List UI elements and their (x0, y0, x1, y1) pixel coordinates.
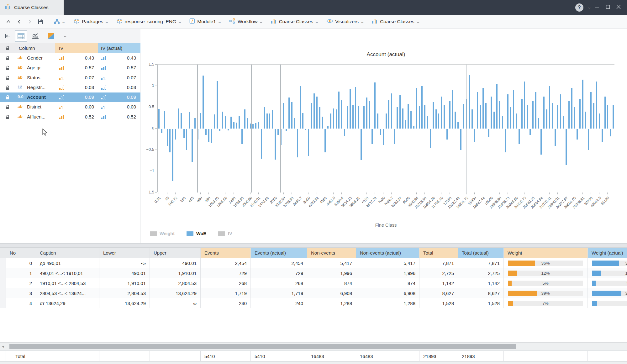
chevron-down-icon[interactable]: ⌄ (217, 20, 222, 24)
help-button[interactable]: ? (575, 3, 583, 12)
chevron-down-icon[interactable]: ⌄ (177, 20, 182, 24)
unlock-icon[interactable] (6, 115, 10, 121)
unlock-icon[interactable] (6, 56, 10, 62)
header-events_actual[interactable]: Events (actual) (251, 248, 307, 258)
iv-actual-header[interactable]: IV (actual) (98, 43, 140, 53)
header-caption[interactable]: Caption (36, 248, 99, 258)
x-axis-tick (234, 193, 234, 194)
header-non_events[interactable]: Non-events (307, 248, 356, 258)
minimize-button[interactable] (595, 5, 601, 10)
column-row-affluen[interactable]: abAffluen...0.520.52 (0, 112, 140, 122)
unlock-icon[interactable] (6, 66, 10, 71)
chevron-down-icon[interactable]: ⌄ (416, 20, 420, 24)
breadcrumb-label[interactable]: Packages (82, 19, 103, 24)
breadcrumb-item[interactable]: response_scoring_ENG⌄ (117, 18, 182, 25)
chevron-down-icon[interactable]: ⌄ (360, 20, 365, 24)
woe-bar (388, 100, 389, 129)
package-icon (117, 18, 123, 25)
bin-row-2[interactable]: 21910,01 ≤...< 2804,531,910.012,804.5326… (0, 278, 627, 288)
scrollbar-thumb[interactable] (9, 344, 516, 349)
cell-non_events_actual: 1,288 (356, 298, 419, 308)
legend-item-iv[interactable]: IV (218, 231, 232, 236)
cell-non_events_actual: 6,908 (356, 288, 419, 298)
help-chevron-down-icon[interactable]: ⌄ (587, 5, 592, 9)
column-row-agegr[interactable]: abAge gr...0.570.57 (0, 63, 140, 73)
bin-row-1[interactable]: 1490,01 ≤...< 1910,01490.011,910.0172972… (0, 268, 627, 278)
legend-item-weight[interactable]: Weight (150, 231, 175, 236)
header-lower[interactable]: Lower (99, 248, 150, 258)
x-axis-tick (217, 193, 217, 194)
cell-weight: 36% (504, 258, 588, 268)
header-non_events_actual[interactable]: Non-events (actual) (356, 248, 419, 258)
back-button[interactable] (14, 16, 24, 27)
header-no[interactable]: No (6, 248, 36, 258)
bin-row-4[interactable]: 4от 13624,2913,624.29∞2402401,2881,2881,… (0, 298, 627, 308)
cell-weight_actual: 36% (588, 258, 627, 268)
cell-caption: 2804,53 ≤...< 13624... (36, 288, 99, 298)
horizontal-scrollbar[interactable]: ◄ (0, 342, 627, 351)
x-axis-tick (607, 193, 608, 194)
unlock-icon[interactable] (6, 85, 10, 91)
breadcrumb-label[interactable]: Module1 (197, 19, 216, 24)
hierarchy-chevron-down-icon[interactable]: ⌄ (61, 20, 66, 24)
chevron-down-icon[interactable]: ⌄ (259, 20, 264, 24)
close-button[interactable] (616, 5, 623, 10)
header-total_actual[interactable]: Total (actual) (458, 248, 504, 258)
column-row-district[interactable]: abDistrict0.000.00 (0, 102, 140, 112)
scroll-left-arrow-icon[interactable]: ◄ (1, 345, 5, 348)
horizontal-splitter[interactable] (0, 243, 627, 248)
x-axis-tick (192, 193, 192, 194)
header-events[interactable]: Events (201, 248, 251, 258)
breadcrumb-label[interactable]: response_scoring_ENG (125, 19, 177, 24)
up-button[interactable] (3, 16, 14, 27)
header-weight[interactable]: Weight (504, 248, 588, 258)
chevron-down-icon[interactable]: ⌄ (314, 20, 319, 24)
breadcrumb-item[interactable]: Workflow⌄ (229, 18, 263, 25)
column-row-account[interactable]: 9.0Account0.090.09 (0, 92, 140, 102)
forward-button[interactable] (24, 16, 35, 27)
save-icon[interactable] (35, 16, 46, 27)
maximize-button[interactable] (606, 5, 612, 10)
y-axis-tick-label: −1.5 (142, 190, 154, 194)
breadcrumb-label[interactable]: Coarse Classes (279, 19, 313, 24)
woe-bar (239, 116, 240, 129)
woe-chart-plot (157, 64, 614, 192)
toolbar-chevron-down-icon[interactable]: ⌄ (63, 34, 67, 38)
hierarchy-icon[interactable] (51, 16, 62, 27)
woe-bar (308, 129, 309, 156)
iv-actual-value: 0.57 (114, 65, 136, 70)
column-row-registr[interactable]: 12Registr...0.030.03 (0, 83, 140, 92)
legend-item-woe[interactable]: WoE (187, 231, 206, 236)
unlock-icon[interactable] (6, 105, 10, 111)
chevron-down-icon[interactable]: ⌄ (105, 20, 109, 24)
table-view-button[interactable] (15, 30, 27, 42)
breadcrumb-label[interactable]: Workflow (238, 19, 257, 24)
compare-toggle-icon[interactable] (48, 33, 55, 39)
breadcrumb-item[interactable]: Coarse Classes⌄ (372, 18, 419, 25)
breadcrumb-item[interactable]: Coarse Classes⌄ (271, 18, 319, 25)
collapse-panel-icon[interactable] (4, 33, 11, 39)
breadcrumb-label[interactable]: Coarse Classes (380, 19, 414, 24)
unlock-icon[interactable] (6, 76, 10, 82)
breadcrumb-label[interactable]: Visualizers (335, 19, 359, 24)
breadcrumb-item[interactable]: Packages⌄ (74, 18, 108, 25)
woe-bar (397, 107, 398, 129)
bin-row-0[interactable]: 0до 490,01-∞490.012,4542,4545,4175,4177,… (0, 258, 627, 268)
header-upper[interactable]: Upper (150, 248, 201, 258)
breadcrumb-item[interactable]: Module1⌄ (189, 18, 221, 25)
header-total[interactable]: Total (419, 248, 458, 258)
tab-coarse-classes[interactable]: Coarse Classes (0, 0, 64, 15)
workflow-icon (229, 18, 235, 25)
iv-header[interactable]: IV (55, 43, 98, 53)
woe-bar (463, 104, 464, 129)
column-row-status[interactable]: abStatus0.070.07 (0, 73, 140, 83)
cell-events: 729 (201, 268, 251, 278)
bin-row-3[interactable]: 32804,53 ≤...< 13624...2,804.5313,624.29… (0, 288, 627, 298)
header-weight_actual[interactable]: Weight (actual) (588, 248, 627, 258)
breadcrumb-item[interactable]: Visualizers⌄ (326, 18, 364, 25)
column-header[interactable]: Column (15, 43, 55, 53)
column-row-gender[interactable]: abGender0.430.43 (0, 53, 140, 63)
lock-column-header[interactable] (0, 43, 15, 53)
unlock-icon[interactable] (6, 95, 10, 101)
chart-view-button[interactable] (31, 33, 39, 39)
